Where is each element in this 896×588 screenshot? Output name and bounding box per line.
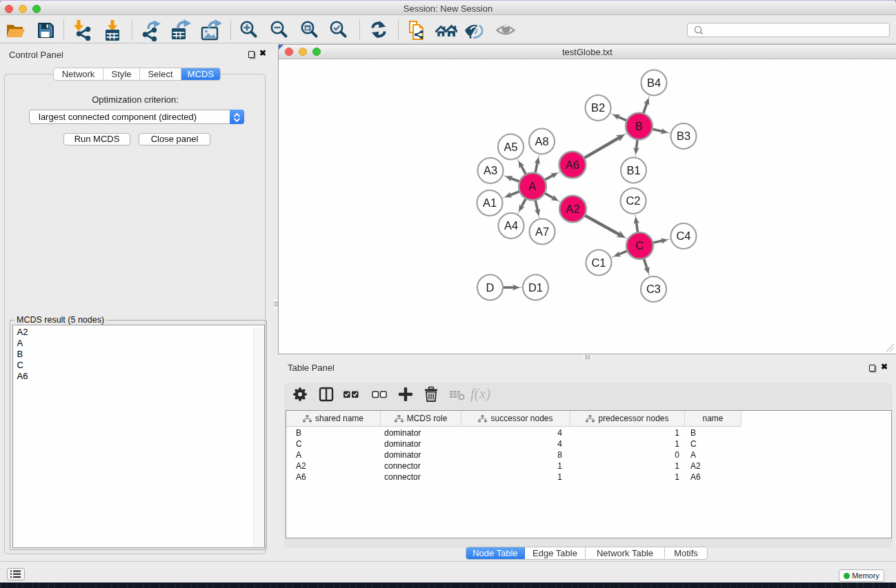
svg-text:D1: D1	[528, 281, 543, 294]
svg-text:A5: A5	[504, 141, 517, 153]
svg-text:A3: A3	[484, 164, 497, 176]
svg-text:A2: A2	[566, 203, 579, 215]
svg-text:A7: A7	[535, 225, 549, 238]
svg-text:C3: C3	[646, 283, 661, 295]
svg-text:A1: A1	[483, 196, 497, 209]
svg-text:C2: C2	[626, 194, 640, 207]
svg-text:B: B	[635, 120, 643, 132]
svg-text:A6: A6	[566, 159, 579, 171]
svg-text:C: C	[636, 239, 644, 252]
svg-text:D: D	[486, 281, 495, 294]
svg-text:C4: C4	[676, 230, 690, 242]
svg-text:B3: B3	[677, 130, 690, 142]
svg-text:A8: A8	[535, 135, 548, 148]
svg-text:C1: C1	[591, 256, 606, 269]
svg-text:B1: B1	[626, 164, 640, 176]
svg-text:A4: A4	[504, 219, 518, 232]
svg-text:f(x): f(x)	[470, 385, 490, 402]
svg-text:A: A	[528, 180, 536, 192]
svg-text:B2: B2	[591, 101, 605, 114]
svg-text:B4: B4	[647, 77, 661, 89]
